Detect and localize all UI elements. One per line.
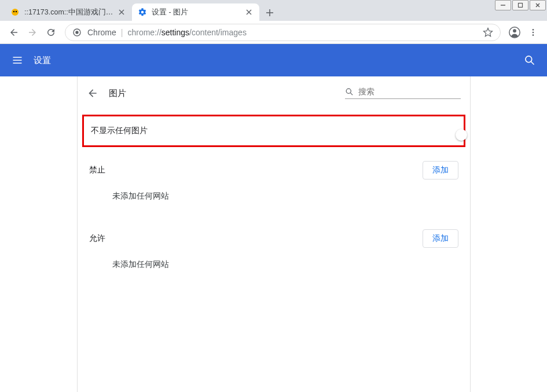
svg-point-4 <box>12 9 19 16</box>
tab-active[interactable]: 设置 - 图片 <box>132 3 259 21</box>
search-icon <box>345 87 354 96</box>
svg-point-18 <box>533 29 534 31</box>
tab-close-icon[interactable] <box>117 8 126 17</box>
allow-section: 允许 添加 未添加任何网站 <box>78 215 470 284</box>
block-empty-text: 未添加任何网站 <box>89 179 458 211</box>
forward-button[interactable] <box>23 23 42 42</box>
search-icon[interactable] <box>524 54 535 66</box>
hamburger-menu-icon[interactable] <box>12 54 23 66</box>
svg-line-24 <box>350 93 353 95</box>
settings-header: 设置 <box>0 44 547 76</box>
back-button[interactable] <box>5 23 23 42</box>
toggle-label: 不显示任何图片 <box>91 126 148 136</box>
svg-point-17 <box>513 29 516 32</box>
address-bar[interactable]: Chrome | chrome://settings/content/image… <box>65 24 501 41</box>
allow-empty-text: 未添加任何网站 <box>89 248 458 279</box>
tab-close-icon[interactable] <box>244 8 254 17</box>
svg-point-21 <box>526 56 532 63</box>
section-label: 允许 <box>89 233 105 244</box>
profile-avatar-icon[interactable] <box>505 23 524 42</box>
tab-inactive[interactable]: ::17173.com::中国游戏门户站 <box>5 3 132 21</box>
window-maximize-button[interactable] <box>512 0 528 10</box>
page-heading: 图片 <box>109 88 126 99</box>
card-header: 图片 <box>78 76 470 110</box>
svg-point-23 <box>346 89 351 93</box>
section-label: 禁止 <box>89 165 105 175</box>
settings-canvas: 图片 不显示任何图片 禁止 添加 未添加任何网站 <box>0 76 547 392</box>
block-add-button[interactable]: 添加 <box>423 161 458 179</box>
settings-search-field[interactable] <box>345 87 461 99</box>
tab-title: ::17173.com::中国游戏门户站 <box>24 8 117 17</box>
svg-line-22 <box>531 62 534 65</box>
tab-title: 设置 - 图片 <box>152 8 244 17</box>
settings-card: 图片 不显示任何图片 禁止 添加 未添加任何网站 <box>77 76 471 392</box>
url-separator: | <box>121 28 123 37</box>
tab-favicon-icon <box>10 8 20 17</box>
browser-toolbar: Chrome | chrome://settings/content/image… <box>0 21 547 44</box>
svg-point-19 <box>533 31 534 33</box>
block-section: 禁止 添加 未添加任何网站 <box>78 147 470 215</box>
tab-strip: ::17173.com::中国游戏门户站 设置 - 图片 <box>0 0 547 21</box>
window-close-button[interactable] <box>530 0 546 10</box>
url-text: chrome://settings/content/images <box>127 28 246 37</box>
back-arrow-icon[interactable] <box>87 87 98 99</box>
url-scheme-label: Chrome <box>87 28 116 37</box>
svg-point-6 <box>16 11 17 12</box>
window-minimize-button[interactable] <box>495 0 511 10</box>
settings-gear-icon <box>138 8 147 17</box>
allow-add-button[interactable]: 添加 <box>423 229 458 248</box>
new-tab-button[interactable] <box>262 5 278 21</box>
settings-search-input[interactable] <box>358 87 461 96</box>
svg-point-5 <box>13 11 14 12</box>
reload-button[interactable] <box>42 23 60 42</box>
site-info-icon[interactable] <box>72 28 82 37</box>
highlighted-setting-row: 不显示任何图片 <box>82 115 465 147</box>
images-toggle-row[interactable]: 不显示任何图片 <box>84 116 464 145</box>
svg-rect-1 <box>519 3 523 8</box>
bookmark-star-icon[interactable] <box>483 27 493 38</box>
svg-point-20 <box>533 34 534 36</box>
settings-title: 设置 <box>34 55 51 66</box>
svg-point-15 <box>75 31 78 34</box>
chrome-menu-button[interactable] <box>524 23 542 42</box>
